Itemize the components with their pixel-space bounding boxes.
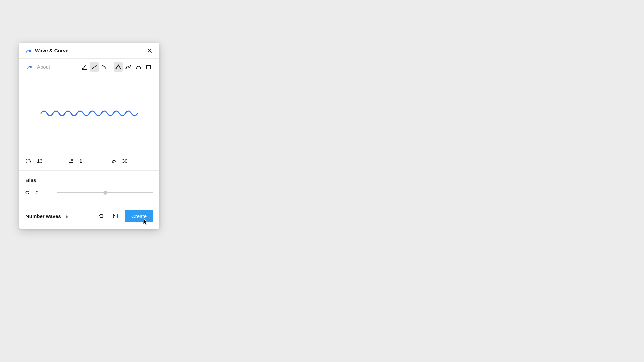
- close-icon: [147, 48, 152, 53]
- create-button[interactable]: Create: [125, 210, 153, 222]
- params-row: [19, 151, 159, 171]
- curve-up-icon: [80, 63, 88, 71]
- curve-strength-input[interactable]: [37, 158, 56, 164]
- svg-point-10: [136, 68, 137, 69]
- randomize-button[interactable]: [111, 211, 120, 221]
- wave-preview: [19, 75, 159, 151]
- curve-mode-group: [79, 62, 109, 72]
- bias-row: C: [25, 190, 153, 195]
- svg-point-9: [130, 65, 131, 66]
- reset-button[interactable]: [97, 211, 106, 221]
- shape-square[interactable]: [144, 62, 153, 72]
- param-stroke-width: [68, 158, 111, 164]
- about-tab[interactable]: About: [37, 64, 79, 70]
- wave-shape-group: [114, 62, 153, 72]
- arc-height-icon: [111, 158, 117, 164]
- svg-point-7: [120, 68, 121, 69]
- svg-point-8: [125, 68, 126, 69]
- param-curve-strength: [25, 158, 68, 164]
- stroke-width-input[interactable]: [79, 158, 98, 164]
- bias-slider[interactable]: [57, 192, 153, 193]
- curve-s-icon: [91, 63, 98, 71]
- close-button[interactable]: [146, 47, 153, 54]
- curve-mode-center[interactable]: [90, 62, 99, 72]
- svg-point-12: [146, 68, 147, 69]
- panel-title: Wave & Curve: [35, 48, 146, 53]
- sine-wave-icon: [125, 63, 132, 71]
- toolbar: About: [19, 59, 159, 75]
- loop-wave-icon: [135, 63, 142, 71]
- svg-rect-19: [113, 214, 117, 218]
- triangle-wave-icon: [115, 63, 122, 71]
- curve-strength-icon: [25, 158, 32, 164]
- wave-preview-svg: [39, 107, 140, 120]
- bias-slider-wrap: [57, 192, 153, 193]
- shape-triangle[interactable]: [114, 62, 123, 72]
- dice-icon: [112, 213, 119, 219]
- svg-point-13: [150, 68, 151, 69]
- reset-icon: [98, 213, 105, 219]
- bias-title: Bias: [25, 177, 153, 183]
- app-logo-icon: [25, 48, 32, 54]
- wave-curve-panel: Wave & Curve About: [19, 43, 159, 229]
- curve-down-icon: [101, 63, 108, 71]
- square-wave-icon: [145, 63, 152, 71]
- param-arc-height: [111, 158, 153, 164]
- curve-mode-bottom[interactable]: [79, 62, 89, 72]
- bias-value-input[interactable]: [36, 190, 52, 195]
- stroke-width-icon: [68, 158, 75, 164]
- bias-symbol: C: [25, 190, 30, 195]
- shape-loop[interactable]: [134, 62, 143, 72]
- number-waves-label: Number waves: [25, 213, 61, 219]
- svg-point-21: [116, 216, 116, 217]
- titlebar: Wave & Curve: [19, 43, 159, 59]
- curve-mode-top[interactable]: [100, 62, 109, 72]
- footer: Number waves Create: [19, 203, 159, 229]
- number-waves-input[interactable]: [66, 213, 80, 219]
- svg-point-20: [114, 215, 115, 216]
- arc-height-input[interactable]: [122, 158, 141, 164]
- svg-point-5: [115, 68, 116, 69]
- wave-tab-icon[interactable]: [25, 63, 34, 71]
- svg-point-6: [118, 64, 119, 65]
- shape-sine[interactable]: [124, 62, 133, 72]
- svg-point-11: [140, 68, 141, 69]
- bias-section: Bias C: [19, 171, 159, 203]
